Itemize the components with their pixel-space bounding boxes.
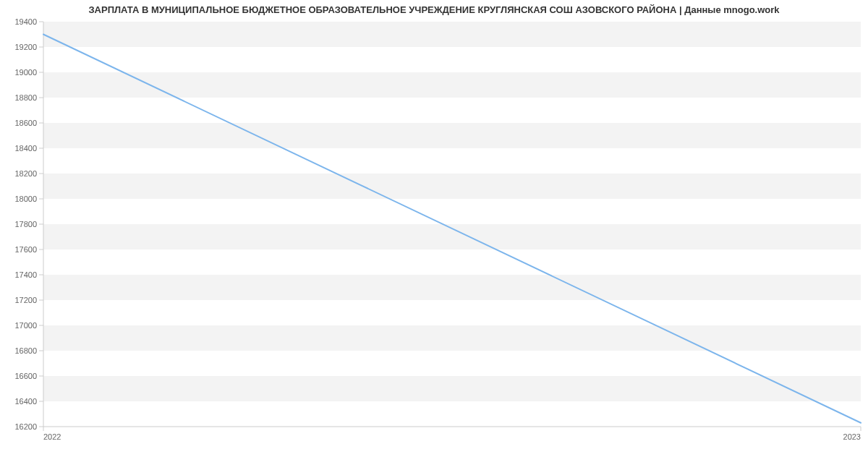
chart-title: ЗАРПЛАТА В МУНИЦИПАЛЬНОЕ БЮДЖЕТНОЕ ОБРАЗ… [0, 4, 868, 15]
x-tick-label: 2022 [43, 432, 61, 441]
plot-band [43, 376, 861, 401]
y-tick-label: 18000 [14, 195, 37, 203]
y-tick-label: 19200 [14, 43, 37, 51]
y-tick-label: 18600 [14, 119, 37, 127]
plot-band [43, 72, 861, 98]
y-tick-label: 17200 [14, 296, 37, 304]
plot-band [43, 123, 861, 148]
plot-band [43, 325, 861, 351]
y-tick-label: 16400 [14, 397, 37, 406]
y-tick-label: 16600 [14, 372, 37, 380]
plot-band [43, 174, 861, 199]
y-tick-label: 17800 [14, 220, 37, 228]
y-tick-label: 18200 [14, 169, 37, 178]
y-tick-label: 19000 [14, 68, 37, 77]
y-tick-label: 19400 [14, 17, 37, 26]
y-tick-label: 17400 [14, 270, 37, 279]
plot-band [43, 22, 861, 47]
plot-band [43, 275, 861, 300]
x-tick-label: 2023 [843, 432, 861, 441]
y-tick-label: 16200 [14, 422, 37, 431]
y-tick-label: 17600 [14, 245, 37, 254]
chart-svg: 1620016400166001680017000172001740017600… [0, 0, 868, 470]
y-tick-label: 18400 [14, 144, 37, 153]
y-tick-label: 18800 [14, 93, 37, 102]
y-tick-label: 16800 [14, 346, 37, 355]
salary-line-chart: ЗАРПЛАТА В МУНИЦИПАЛЬНОЕ БЮДЖЕТНОЕ ОБРАЗ… [0, 0, 868, 470]
y-tick-label: 17000 [14, 321, 37, 330]
